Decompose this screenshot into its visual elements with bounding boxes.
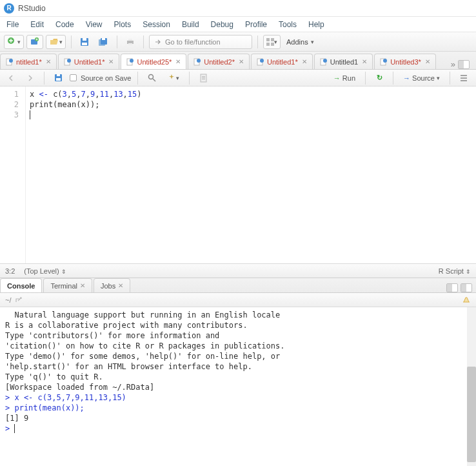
pane-layout-button[interactable] (458, 60, 470, 69)
close-icon[interactable]: ✕ (302, 58, 307, 65)
outline-button[interactable] (457, 71, 471, 85)
svg-rect-31 (57, 74, 60, 76)
editor-statusbar: 3:2 (Top Level) ⇕ R Script ⇕ (0, 263, 476, 278)
scope-selector[interactable]: (Top Level) ⇕ (24, 267, 66, 275)
close-icon[interactable]: ✕ (80, 282, 85, 289)
menu-build[interactable]: Build (182, 20, 199, 29)
new-project-button[interactable] (26, 35, 43, 49)
print-button[interactable] (123, 35, 138, 49)
console-path-bar: ~/ (0, 293, 476, 307)
console-tab-console[interactable]: Console (0, 278, 42, 292)
arrow-right-icon (155, 39, 161, 45)
tab-label: Untitled1* (267, 58, 298, 66)
main-toolbar: ▾ ▾ Go to file/function ▾ Addins ▾ (0, 32, 476, 52)
addins-menu[interactable]: Addins ▾ (283, 35, 317, 49)
code-tools-button[interactable]: ▾ (164, 71, 183, 85)
close-icon[interactable]: ✕ (425, 58, 430, 65)
grid-button[interactable]: ▾ (263, 35, 281, 49)
clear-console-button[interactable] (462, 296, 471, 305)
close-icon[interactable]: ✕ (362, 58, 367, 65)
editor-tab[interactable]: Untitled3*✕ (374, 54, 436, 69)
menu-session[interactable]: Session (143, 20, 170, 29)
compile-report-button[interactable] (196, 71, 211, 85)
close-icon[interactable]: ✕ (175, 58, 181, 65)
cursor-position: 3:2 (5, 267, 15, 275)
source-button[interactable]: → Source ▾ (400, 71, 443, 85)
tab-label: Console (7, 282, 35, 290)
code-area[interactable]: x <- c(3,5,7,9,11,13,15)print(mean(x)); (26, 86, 146, 263)
svg-rect-35 (202, 76, 205, 77)
tab-label: Untitled3* (390, 58, 421, 66)
chevron-down-icon: ▾ (17, 39, 21, 45)
console-tabstrip: ConsoleTerminal✕Jobs✕ (0, 278, 476, 293)
svg-point-27 (323, 59, 327, 63)
scrollbar-thumb[interactable] (467, 367, 476, 462)
code-editor[interactable]: 123 x <- c(3,5,7,9,11,13,15)print(mean(x… (0, 86, 476, 263)
menu-file[interactable]: File (6, 20, 19, 29)
pane-min-button[interactable] (446, 283, 458, 292)
console-tab-terminal[interactable]: Terminal✕ (43, 278, 92, 292)
console-tab-jobs[interactable]: Jobs✕ (94, 278, 130, 292)
run-button[interactable]: → Run (330, 71, 359, 85)
menu-edit[interactable]: Edit (30, 20, 44, 29)
menu-help[interactable]: Help (308, 20, 324, 29)
editor-tab[interactable]: Untitled1*✕ (251, 54, 313, 69)
source-on-save-label: Source on Save (81, 74, 131, 82)
editor-tab[interactable]: Untitled1*✕ (58, 54, 120, 69)
svg-rect-8 (102, 38, 105, 40)
scrollbar-track[interactable] (467, 307, 476, 466)
editor-tab[interactable]: Untitled25*✕ (121, 54, 186, 69)
tab-label: Untitled1* (74, 58, 105, 66)
save-button[interactable] (77, 35, 92, 49)
menu-bar: FileEditCodeViewPlotsSessionBuildDebugPr… (0, 17, 476, 32)
svg-rect-4 (83, 38, 86, 41)
editor-tab[interactable]: Untitled1✕ (314, 54, 373, 69)
svg-point-25 (260, 59, 264, 63)
new-file-button[interactable]: ▾ (4, 35, 24, 49)
forward-button[interactable] (23, 71, 37, 85)
open-file-button[interactable]: ▾ (46, 35, 66, 49)
working-dir: ~/ (5, 296, 11, 304)
goto-file-input[interactable]: Go to file/function (149, 35, 252, 49)
chevron-down-icon: ▾ (59, 39, 63, 45)
menu-plots[interactable]: Plots (114, 20, 132, 29)
find-button[interactable] (144, 71, 160, 85)
chevron-down-icon: ▾ (311, 39, 314, 45)
tab-label: Terminal (50, 282, 77, 290)
editor-tab[interactable]: Untitled2*✕ (188, 54, 250, 69)
tab-label: Untitled2* (204, 58, 235, 66)
line-gutter: 123 (0, 86, 26, 263)
pane-max-button[interactable] (461, 283, 472, 292)
svg-point-19 (67, 59, 71, 63)
editor-tab[interactable]: ntitled1*✕ (0, 54, 57, 69)
svg-rect-10 (128, 39, 132, 41)
svg-rect-32 (56, 78, 61, 81)
menu-profile[interactable]: Profile (245, 20, 267, 29)
menu-view[interactable]: View (86, 20, 103, 29)
save-button[interactable] (51, 71, 66, 85)
svg-point-33 (149, 74, 154, 79)
source-on-save-checkbox[interactable] (70, 74, 77, 81)
menu-debug[interactable]: Debug (211, 20, 233, 29)
close-icon[interactable]: ✕ (46, 58, 51, 65)
tab-overflow: » (447, 59, 473, 69)
tab-overflow-button[interactable]: » (451, 59, 455, 69)
app-icon: R (4, 3, 14, 14)
popout-icon[interactable] (15, 297, 23, 303)
close-icon[interactable]: ✕ (108, 58, 114, 65)
tab-label: Untitled25* (137, 58, 172, 66)
menu-code[interactable]: Code (55, 20, 74, 29)
close-icon[interactable]: ✕ (239, 58, 244, 65)
save-all-button[interactable] (95, 35, 112, 49)
svg-rect-36 (202, 77, 205, 78)
menu-tools[interactable]: Tools (279, 20, 297, 29)
back-button[interactable] (5, 71, 19, 85)
svg-rect-5 (82, 43, 87, 45)
svg-rect-14 (266, 43, 270, 46)
console[interactable]: Natural language support but running in … (0, 307, 476, 462)
svg-point-21 (130, 59, 134, 63)
rerun-button[interactable]: ↻ (372, 71, 386, 85)
close-icon[interactable]: ✕ (118, 282, 123, 289)
language-selector[interactable]: R Script ⇕ (439, 267, 471, 275)
editor-toolbar: Source on Save ▾ → Run ↻ → Source ▾ (0, 70, 476, 86)
